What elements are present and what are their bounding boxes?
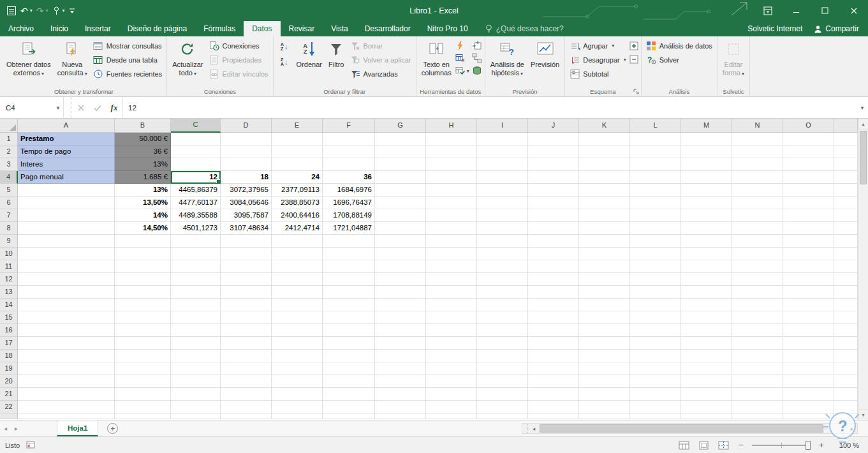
cell-M5[interactable]	[681, 184, 732, 197]
sheet-nav-right-icon[interactable]: ▸	[11, 425, 22, 432]
row-header-17[interactable]: 17	[0, 337, 18, 350]
cell-E14[interactable]	[272, 299, 323, 311]
cell-K19[interactable]	[579, 362, 630, 375]
cell-A8[interactable]	[18, 222, 115, 235]
cell-J20[interactable]	[528, 375, 579, 388]
cell-M11[interactable]	[681, 260, 732, 273]
cell-I21[interactable]	[477, 388, 528, 401]
cell-B3[interactable]: 13%	[115, 158, 171, 171]
cell-B21[interactable]	[115, 388, 171, 401]
cell-K1[interactable]	[579, 133, 630, 145]
cell-N9[interactable]	[732, 235, 783, 248]
scroll-up-icon[interactable]: ▴	[858, 119, 868, 130]
column-header-B[interactable]: B	[115, 119, 171, 133]
cell-O17[interactable]	[783, 337, 834, 350]
cell-K2[interactable]	[579, 145, 630, 158]
cell-M2[interactable]	[681, 145, 732, 158]
cell-A10[interactable]	[18, 248, 115, 260]
cell-L17[interactable]	[630, 337, 681, 350]
mostrar-detalle-button[interactable]	[629, 40, 638, 52]
cell-B5[interactable]: 13%	[115, 184, 171, 197]
cell-M14[interactable]	[681, 299, 732, 311]
cell-D15[interactable]	[221, 311, 272, 324]
cell-C22[interactable]	[171, 401, 221, 413]
column-header-H[interactable]: H	[426, 119, 477, 133]
cell-L4[interactable]	[630, 171, 681, 184]
cell-E5[interactable]: 2377,09113	[272, 184, 323, 197]
quitar-duplicados-button[interactable]	[455, 52, 469, 64]
cell-G4[interactable]	[375, 171, 426, 184]
cell-F8[interactable]: 1721,04887	[323, 222, 375, 235]
cell-E22[interactable]	[272, 401, 323, 413]
cell-K13[interactable]	[579, 286, 630, 299]
cell-H2[interactable]	[426, 145, 477, 158]
cell-E16[interactable]	[272, 324, 323, 337]
column-header-G[interactable]: G	[375, 119, 426, 133]
redo-button[interactable]: ↷▾	[36, 3, 48, 19]
cell-B17[interactable]	[115, 337, 171, 350]
cell-H14[interactable]	[426, 299, 477, 311]
cell-A22[interactable]	[18, 401, 115, 413]
cell-D2[interactable]	[221, 145, 272, 158]
tab-datos[interactable]: Datos	[244, 21, 280, 36]
cell-F21[interactable]	[323, 388, 375, 401]
cell-M21[interactable]	[681, 388, 732, 401]
cell-K3[interactable]	[579, 158, 630, 171]
cell-I5[interactable]	[477, 184, 528, 197]
customize-quick-access-button[interactable]	[69, 3, 75, 19]
cell-I12[interactable]	[477, 273, 528, 286]
cell-N7[interactable]	[732, 209, 783, 222]
cell-M4[interactable]	[681, 171, 732, 184]
esquema-dialog-launcher[interactable]	[633, 88, 640, 95]
cell-M12[interactable]	[681, 273, 732, 286]
undo-button[interactable]: ↶▾	[20, 3, 33, 19]
cell-C16[interactable]	[171, 324, 221, 337]
cell-F15[interactable]	[323, 311, 375, 324]
cell-J10[interactable]	[528, 248, 579, 260]
cell-B8[interactable]: 14,50%	[115, 222, 171, 235]
cell-A17[interactable]	[18, 337, 115, 350]
cell-J19[interactable]	[528, 362, 579, 375]
cell-K16[interactable]	[579, 324, 630, 337]
cell-C14[interactable]	[171, 299, 221, 311]
cell-O9[interactable]	[783, 235, 834, 248]
cell-G15[interactable]	[375, 311, 426, 324]
cell-K10[interactable]	[579, 248, 630, 260]
cell-H20[interactable]	[426, 375, 477, 388]
cell-A5[interactable]	[18, 184, 115, 197]
cell-N20[interactable]	[732, 375, 783, 388]
cell-J2[interactable]	[528, 145, 579, 158]
cell-D20[interactable]	[221, 375, 272, 388]
cell-O15[interactable]	[783, 311, 834, 324]
cell-K17[interactable]	[579, 337, 630, 350]
cell-J13[interactable]	[528, 286, 579, 299]
conexiones-button[interactable]: Conexiones	[207, 39, 270, 52]
cell-C12[interactable]	[171, 273, 221, 286]
cell-F11[interactable]	[323, 260, 375, 273]
cell-L21[interactable]	[630, 388, 681, 401]
cell-E8[interactable]: 2412,4714	[272, 222, 323, 235]
cell-K12[interactable]	[579, 273, 630, 286]
cell-F13[interactable]	[323, 286, 375, 299]
cell-H7[interactable]	[426, 209, 477, 222]
cell-H18[interactable]	[426, 350, 477, 362]
cell-J3[interactable]	[528, 158, 579, 171]
cell-C6[interactable]: 4477,60137	[171, 197, 221, 209]
cell-B11[interactable]	[115, 260, 171, 273]
cell-H16[interactable]	[426, 324, 477, 337]
cell-L19[interactable]	[630, 362, 681, 375]
cell-A9[interactable]	[18, 235, 115, 248]
analisis-de-hipotesis-button[interactable]: ? Análisis dehipótesis▾	[488, 37, 527, 85]
cell-H21[interactable]	[426, 388, 477, 401]
cell-E3[interactable]	[272, 158, 323, 171]
cell-N11[interactable]	[732, 260, 783, 273]
sheet-tab-hoja1[interactable]: Hoja1	[57, 420, 98, 436]
cell-A6[interactable]	[18, 197, 115, 209]
cell-O5[interactable]	[783, 184, 834, 197]
cell-K7[interactable]	[579, 209, 630, 222]
row-header-13[interactable]: 13	[0, 286, 18, 299]
cell-I20[interactable]	[477, 375, 528, 388]
cell-A4[interactable]: Pago menual	[18, 171, 115, 184]
cell-K6[interactable]	[579, 197, 630, 209]
cell-M22[interactable]	[681, 401, 732, 413]
